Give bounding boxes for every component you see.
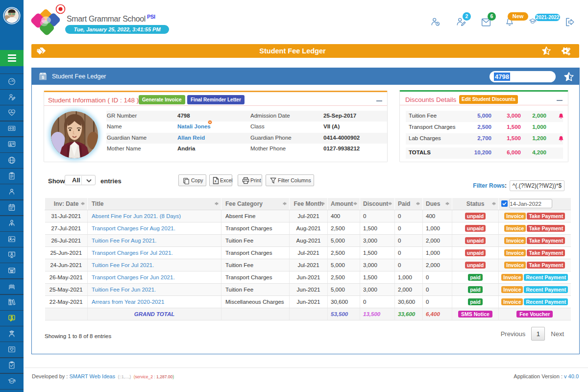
svg-text:x: x: [215, 179, 217, 183]
svg-text:$: $: [42, 75, 44, 80]
